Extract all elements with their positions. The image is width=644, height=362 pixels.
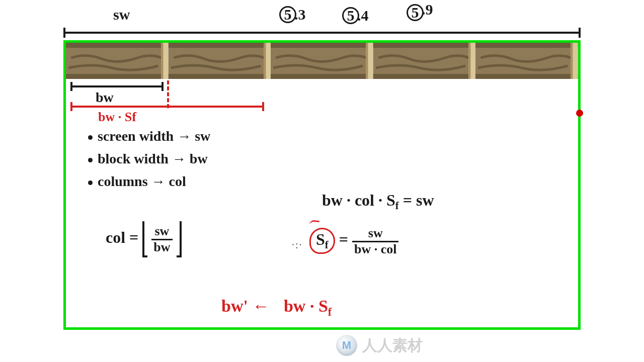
watermark-text: 人人素材 [362, 335, 423, 356]
svg-rect-2 [66, 74, 169, 79]
svg-rect-11 [271, 43, 373, 48]
wood-tile [475, 43, 578, 79]
sw-ruler [63, 30, 581, 37]
watermark-logo-icon: M [336, 335, 357, 356]
formula-bwprime: bw' ← bw · Sf [221, 297, 332, 319]
svg-rect-22 [475, 74, 578, 79]
svg-rect-4 [161, 43, 163, 79]
wood-tile [271, 43, 373, 79]
svg-rect-19 [468, 43, 470, 79]
formula-sf: Sf = sw bw · col [309, 226, 398, 256]
svg-rect-12 [271, 74, 373, 79]
svg-rect-21 [475, 43, 578, 48]
bw-sf-ruler [70, 106, 264, 108]
svg-rect-14 [366, 43, 368, 79]
bw-label: bw [96, 89, 114, 106]
svg-rect-6 [169, 43, 271, 48]
bw-sf-label: bw · Sf [98, 110, 136, 125]
svg-rect-17 [373, 74, 476, 79]
svg-rect-1 [66, 43, 169, 48]
svg-rect-16 [373, 43, 476, 48]
bw-ruler [70, 85, 164, 87]
ratio-5-9: 5.9 [407, 4, 433, 21]
wood-tile [169, 43, 271, 79]
svg-rect-9 [264, 43, 266, 79]
tile-row [66, 43, 578, 79]
bw-scaled-divider [167, 80, 169, 108]
svg-rect-24 [571, 43, 573, 79]
ratio-5-4: 5.4 [342, 7, 369, 24]
sw-label-top: sw [113, 6, 130, 23]
wood-tile [66, 43, 169, 79]
watermark: M 人人素材 [336, 335, 423, 356]
def-block-width: block width → bw [88, 151, 208, 167]
formula-relation: bw · col · Sf = sw [322, 191, 434, 212]
formula-col: col = sw bw [106, 221, 182, 257]
ratio-5-3: 5.3 [279, 6, 306, 23]
def-columns: columns → col [88, 173, 186, 190]
dots-marker-icon: ·:· [292, 239, 303, 251]
def-screen-width: screen width → sw [88, 128, 210, 144]
wood-tile [373, 43, 476, 79]
resize-handle-icon [576, 110, 583, 117]
svg-rect-7 [169, 74, 271, 79]
